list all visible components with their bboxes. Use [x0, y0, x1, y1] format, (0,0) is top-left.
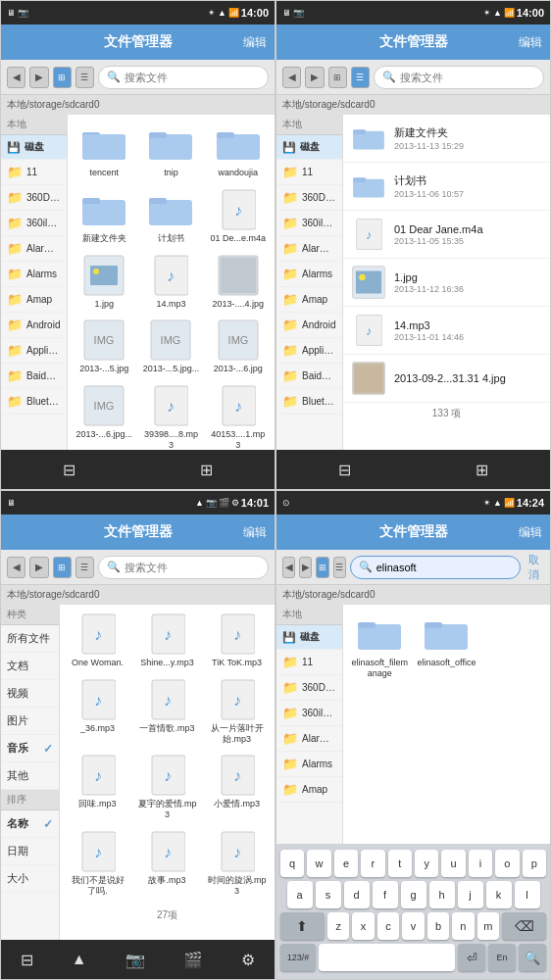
list-item[interactable]: 2013-09-2...31.31 4.jpg [343, 355, 550, 403]
sidebar-item-11-4[interactable]: 📁 11 [276, 650, 342, 675]
cam-icon-3b[interactable]: 📷 [125, 951, 145, 969]
sidebar-item-360i-1[interactable]: 📁 360ilaun... [1, 211, 67, 236]
sidebar-disk-2[interactable]: 💾 磁盘 [276, 135, 342, 160]
search-box-4[interactable]: 🔍 [350, 556, 521, 579]
grid-view-button-3[interactable]: ⊞ [53, 557, 72, 578]
sidebar-item-amap-1[interactable]: 📁 Amap [1, 287, 67, 313]
kb-y[interactable]: y [415, 850, 438, 877]
kb-123[interactable]: 123/# [280, 944, 316, 971]
kb-v[interactable]: v [402, 912, 424, 940]
file-item[interactable]: elinasoft_filemanage [347, 609, 412, 683]
list-view-button-3[interactable]: ☰ [75, 557, 94, 578]
file-item[interactable]: ♪ 39398....8.mp3 [138, 380, 203, 450]
kb-e[interactable]: e [334, 850, 358, 877]
sidebar-item-app-2[interactable]: 📁 Applicati... [276, 338, 342, 364]
kb-space[interactable] [319, 944, 455, 971]
sidebar-item-bt-1[interactable]: 📁 Bluetooth [1, 389, 67, 415]
file-item[interactable]: ♪ 回味.mp3 [64, 750, 131, 824]
back-button-2[interactable]: ◀ [282, 67, 301, 88]
file-item[interactable]: ♪ 01 De...e.m4a [206, 184, 271, 248]
home-icon-2[interactable]: ⊟ [338, 461, 351, 479]
sidebar-item-app-1[interactable]: 📁 Applicati... [1, 338, 67, 364]
file-item[interactable]: ♪ 夏宇的爱情.mp3 [133, 750, 201, 824]
cat-item-date[interactable]: 日期 [1, 838, 59, 865]
cat-item-music[interactable]: 音乐 ✓ [1, 735, 59, 762]
kb-o[interactable]: o [495, 850, 519, 877]
kb-n[interactable]: n [452, 912, 474, 940]
search-box-1[interactable]: 🔍 [98, 66, 269, 89]
kb-w[interactable]: w [307, 850, 330, 877]
kb-enter[interactable]: ⏎ [458, 944, 485, 971]
file-item[interactable]: ♪ 从一片落叶开始.mp3 [203, 674, 271, 749]
vid-icon-3b[interactable]: 🎬 [183, 951, 203, 969]
list-view-button-4[interactable]: ☰ [333, 557, 346, 578]
list-view-button-1[interactable]: ☰ [75, 67, 94, 88]
search-input-1[interactable] [125, 72, 260, 83]
kb-i[interactable]: i [469, 850, 492, 877]
kb-h[interactable]: h [429, 881, 455, 908]
kb-shift[interactable]: ⬆ [280, 912, 325, 940]
kb-l[interactable]: l [515, 881, 540, 908]
kb-c[interactable]: c [377, 912, 399, 940]
cat-item-name[interactable]: 名称 ✓ [1, 810, 59, 838]
list-item[interactable]: 计划书 2013-11-06 10:57 [343, 163, 550, 211]
search-input-3[interactable] [125, 562, 260, 573]
sidebar-disk-4[interactable]: 💾 磁盘 [276, 625, 342, 650]
sidebar-item-360i-2[interactable]: 📁 360ilaun... [276, 211, 342, 236]
forward-button-4[interactable]: ▶ [299, 557, 312, 578]
squares-icon-1[interactable]: ⊞ [200, 461, 213, 479]
edit-button-1[interactable]: 编辑 [243, 34, 267, 51]
file-item[interactable]: ♪ 我们不是说好了吗. [64, 826, 131, 901]
file-item[interactable]: ♪ Shine...y.mp3 [133, 609, 201, 672]
file-item[interactable]: tencent [72, 119, 136, 182]
file-item[interactable]: IMG 2013-...5.jpg [72, 315, 136, 378]
sidebar-item-360d-2[interactable]: 📁 360Down... [276, 185, 342, 211]
edit-button-4[interactable]: 编辑 [519, 524, 542, 541]
sidebar-item-bt-2[interactable]: 📁 Bluetooth [276, 389, 342, 415]
home-icon-1[interactable]: ⊟ [63, 461, 75, 479]
sidebar-item-baidu-1[interactable]: 📁 BaiduNet... [1, 364, 67, 389]
squares-icon-2[interactable]: ⊞ [476, 461, 488, 479]
home-icon-3[interactable]: ⊟ [21, 951, 33, 969]
forward-button-2[interactable]: ▶ [305, 67, 324, 88]
sidebar-item-alarm-4[interactable]: 📁 AlarmRec... [276, 726, 342, 752]
cat-item-doc[interactable]: 文档 [1, 653, 59, 680]
kb-g[interactable]: g [401, 881, 426, 908]
sidebar-item-360d-4[interactable]: 📁 360Down... [276, 675, 342, 701]
sidebar-item-alarms-1[interactable]: 📁 Alarms [1, 262, 67, 287]
grid-view-button-2[interactable]: ⊞ [328, 67, 347, 88]
wifi-icon-3b[interactable]: ▲ [72, 951, 87, 968]
file-item[interactable]: IMG 2013-...6.jpg... [72, 380, 136, 450]
file-item[interactable]: wandoujia [206, 119, 271, 182]
sidebar-item-alarm-1[interactable]: 📁 AlarmRec... [1, 236, 67, 262]
file-item[interactable]: ♪ One Woman. [64, 609, 131, 672]
search-box-3[interactable]: 🔍 [98, 556, 269, 579]
gear-icon-3b[interactable]: ⚙ [241, 951, 255, 969]
file-item[interactable]: ♪ _36.mp3 [64, 674, 131, 749]
list-item[interactable]: 新建文件夹 2013-11-13 15:29 [343, 115, 550, 163]
cat-item-all[interactable]: 所有文件 [1, 625, 59, 653]
list-view-button-2[interactable]: ☰ [351, 67, 370, 88]
file-item[interactable]: ♪ 一首情歌.mp3 [133, 674, 201, 749]
grid-view-button-1[interactable]: ⊞ [53, 67, 72, 88]
file-item[interactable]: 2013-....4.jpg [206, 250, 271, 314]
sidebar-item-amap-4[interactable]: 📁 Amap [276, 777, 342, 803]
kb-x[interactable]: x [352, 912, 374, 940]
grid-view-button-4[interactable]: ⊞ [316, 557, 328, 578]
list-item[interactable]: ♪ 14.mp3 2013-11-01 14:46 [343, 307, 550, 355]
sidebar-item-android-1[interactable]: 📁 Android [1, 313, 67, 338]
forward-button-1[interactable]: ▶ [29, 67, 48, 88]
cat-item-other[interactable]: 其他 [1, 762, 59, 790]
cat-item-size[interactable]: 大小 [1, 865, 59, 893]
file-item[interactable]: tnip [138, 119, 203, 182]
sidebar-item-baidu-2[interactable]: 📁 BaiduNet... [276, 364, 342, 389]
kb-d[interactable]: d [344, 881, 370, 908]
kb-r[interactable]: r [361, 850, 384, 877]
file-item[interactable]: IMG 2013-...5.jpg... [138, 315, 203, 378]
kb-backspace[interactable]: ⌫ [502, 912, 546, 940]
search-box-2[interactable]: 🔍 [374, 66, 544, 89]
file-item[interactable]: elinasoft_office [414, 609, 478, 683]
cancel-button-4[interactable]: 取消 [525, 553, 544, 582]
file-item[interactable]: ♪ 故事.mp3 [133, 826, 201, 901]
sidebar-item-alarm-2[interactable]: 📁 AlarmRec... [276, 236, 342, 262]
